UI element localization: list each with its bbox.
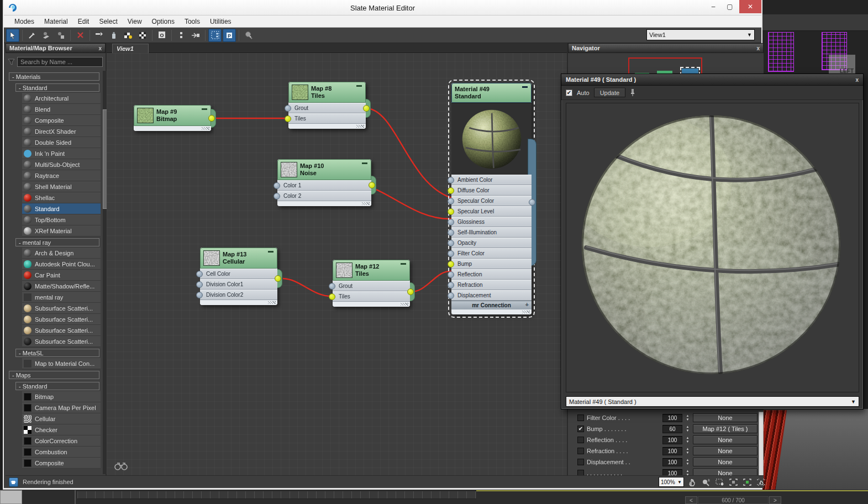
- list-item[interactable]: Architectural: [22, 93, 101, 104]
- output-socket[interactable]: [407, 288, 414, 295]
- wire[interactable]: [367, 108, 451, 198]
- menu-modes[interactable]: Modes: [9, 16, 39, 27]
- collapse-icon[interactable]: [268, 251, 273, 253]
- close-button[interactable]: ✕: [739, 0, 761, 13]
- material-id-channel-button[interactable]: O: [155, 29, 169, 42]
- zoom-region-button[interactable]: [714, 476, 725, 487]
- input-socket-gray[interactable]: [273, 182, 280, 189]
- list-item[interactable]: ColorCorrection: [22, 435, 101, 447]
- input-socket-yellow[interactable]: [448, 261, 454, 267]
- input-socket-gray[interactable]: [448, 250, 454, 257]
- minimize-button[interactable]: –: [705, 0, 722, 13]
- input-socket-gray[interactable]: [448, 292, 454, 299]
- param-value[interactable]: 100: [662, 458, 682, 466]
- slot-color-2[interactable]: Color 2: [277, 191, 371, 201]
- slot-color-1[interactable]: Color 1: [277, 180, 371, 191]
- preview-title-bar[interactable]: Material #49 ( Standard ) x: [561, 74, 863, 86]
- list-item[interactable]: Bitmap: [22, 391, 101, 402]
- list-item[interactable]: Double Sided: [22, 137, 101, 148]
- input-socket-gray[interactable]: [448, 282, 454, 288]
- collapse-icon[interactable]: [522, 86, 528, 88]
- list-item[interactable]: Composite: [22, 115, 101, 126]
- node-header[interactable]: Map #8Tiles: [288, 82, 366, 103]
- zoom-extents-selected-button[interactable]: [741, 476, 753, 487]
- input-socket-gray[interactable]: [448, 240, 454, 246]
- list-item[interactable]: Shellac: [22, 192, 101, 203]
- zoom-region-tool-button[interactable]: [242, 29, 255, 42]
- mini-listener[interactable]: [0, 490, 22, 504]
- preview-material-dropdown[interactable]: Material #49 ( Standard ) ▼: [566, 396, 859, 407]
- param-value[interactable]: 100: [662, 447, 682, 455]
- param-map-button[interactable]: None: [693, 435, 757, 444]
- param-value[interactable]: 100: [662, 436, 682, 444]
- slot-division-color1[interactable]: Division Color1: [200, 279, 277, 290]
- param-checkbox[interactable]: [577, 459, 584, 465]
- show-grid-button[interactable]: [208, 29, 222, 42]
- pan-hand-button[interactable]: [686, 476, 698, 487]
- param-value[interactable]: 60: [662, 425, 682, 433]
- list-item[interactable]: Shell Material: [22, 181, 101, 192]
- slot-division-color2[interactable]: Division Color2: [200, 290, 277, 300]
- collapse-icon[interactable]: [362, 162, 367, 164]
- close-icon[interactable]: x: [756, 45, 760, 51]
- slot-bump[interactable]: Bump: [451, 259, 532, 269]
- slot-specular-color[interactable]: Specular Color: [451, 196, 532, 206]
- show-background-button[interactable]: [136, 29, 149, 42]
- list-item[interactable]: Combustion: [22, 447, 101, 458]
- param-spinner[interactable]: ▲▼: [685, 447, 690, 455]
- input-socket-yellow[interactable]: [448, 187, 454, 194]
- auto-update-checkbox[interactable]: ✔: [566, 90, 572, 96]
- prev-frame-button[interactable]: <: [685, 496, 697, 504]
- put-to-library-button[interactable]: [107, 29, 120, 42]
- node-map8[interactable]: Map #8TilesGroutTiles: [288, 82, 366, 129]
- list-item[interactable]: Subsurface Scatteri...: [22, 325, 101, 336]
- param-spinner[interactable]: ▲▼: [685, 436, 690, 444]
- list-item[interactable]: Autodesk Point Clou...: [22, 259, 101, 270]
- node-material49[interactable]: Material #49StandardAmbient ColorDiffuse…: [451, 83, 532, 314]
- param-checkbox[interactable]: [577, 448, 584, 454]
- list-item[interactable]: Top/Bottom: [22, 214, 101, 225]
- param-checkbox[interactable]: [577, 414, 584, 421]
- menu-edit[interactable]: Edit: [73, 16, 94, 27]
- output-socket[interactable]: [369, 182, 375, 188]
- browser-panel-header[interactable]: Material/Map Browser x: [6, 43, 106, 53]
- input-socket-gray[interactable]: [196, 271, 203, 277]
- input-socket-gray[interactable]: [196, 292, 203, 298]
- output-socket[interactable]: [363, 105, 370, 112]
- zoom-button[interactable]: ±: [700, 476, 712, 487]
- list-item[interactable]: Multi/Sub-Object: [22, 159, 101, 170]
- move-children-button[interactable]: [93, 29, 106, 42]
- menu-options[interactable]: Options: [147, 16, 180, 27]
- assign-material-to-selection-button[interactable]: [40, 29, 53, 42]
- input-socket-gray[interactable]: [448, 219, 454, 225]
- list-item[interactable]: Checker: [22, 424, 101, 435]
- slot-tiles[interactable]: Tiles: [333, 291, 410, 302]
- slot-grout[interactable]: Grout: [333, 281, 410, 291]
- input-socket-gray[interactable]: [273, 193, 280, 200]
- param-spinner[interactable]: ▲▼: [685, 458, 690, 466]
- list-item[interactable]: Matte/Shadow/Refle...: [22, 281, 101, 292]
- wire[interactable]: [283, 279, 333, 296]
- pan-region-button[interactable]: [755, 476, 767, 487]
- menu-utilities[interactable]: Utilities: [205, 16, 236, 27]
- close-icon[interactable]: x: [855, 77, 859, 83]
- group-header[interactable]: - Maps: [9, 371, 99, 379]
- list-item[interactable]: Cellular: [22, 413, 101, 424]
- param-value[interactable]: 100: [662, 414, 682, 422]
- search-input[interactable]: Search by Name ...: [17, 57, 103, 67]
- list-item[interactable]: Map to Material Con...: [22, 358, 101, 369]
- param-spinner[interactable]: ▲▼: [685, 425, 690, 433]
- param-map-button[interactable]: None: [693, 458, 757, 466]
- group-header[interactable]: - Materials: [9, 72, 99, 81]
- input-socket-gray[interactable]: [329, 283, 335, 290]
- collapse-icon[interactable]: [401, 263, 406, 265]
- slot-tiles[interactable]: Tiles: [288, 113, 366, 124]
- title-bar[interactable]: Slate Material Editor – ▢ ✕: [4, 0, 761, 15]
- slot-glossiness[interactable]: Glossiness: [451, 217, 532, 227]
- slot-opacity[interactable]: Opacity: [451, 238, 532, 248]
- pick-material-button[interactable]: [25, 29, 39, 42]
- delete-selected-button[interactable]: [73, 29, 87, 42]
- tab-view1[interactable]: View1: [112, 44, 149, 53]
- slot-ambient-color[interactable]: Ambient Color: [451, 175, 532, 185]
- group-header[interactable]: - MetaSL: [15, 349, 99, 357]
